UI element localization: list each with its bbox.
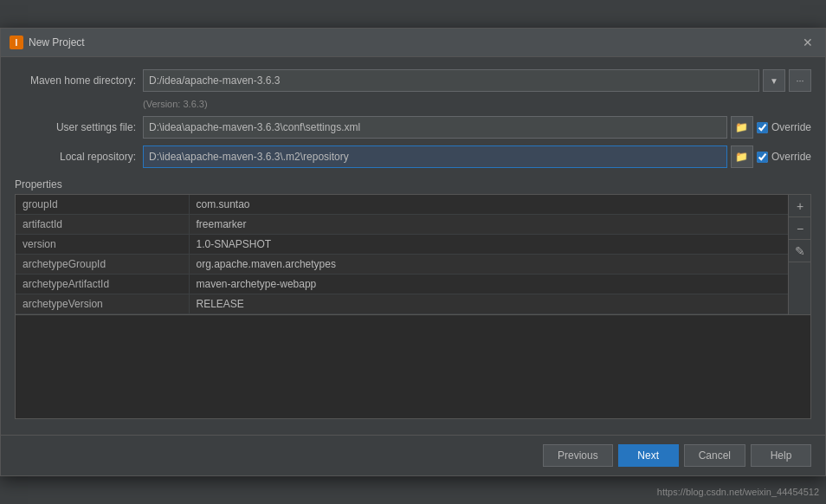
content-area: Maven home directory: ▼ ··· (Version: 3.… bbox=[1, 57, 825, 431]
user-settings-label: User settings file: bbox=[15, 121, 136, 133]
user-settings-input-group: 📁 Override bbox=[143, 116, 811, 139]
property-key: archetypeVersion bbox=[16, 294, 189, 314]
maven-home-input[interactable] bbox=[143, 69, 759, 92]
local-repo-row: Local repository: 📁 Override bbox=[15, 145, 811, 168]
table-row: artifactIdfreemarker bbox=[16, 215, 788, 235]
table-row: groupIdcom.suntao bbox=[16, 195, 788, 215]
maven-home-dropdown-button[interactable]: ▼ bbox=[763, 69, 785, 92]
maven-home-row: Maven home directory: ▼ ··· bbox=[15, 69, 811, 92]
remove-property-button[interactable]: − bbox=[789, 217, 811, 240]
help-button[interactable]: Help bbox=[751, 444, 811, 467]
user-settings-override[interactable]: Override bbox=[757, 121, 811, 133]
property-value: RELEASE bbox=[189, 294, 788, 314]
local-repo-folder-button[interactable]: 📁 bbox=[731, 145, 753, 168]
empty-area bbox=[15, 315, 811, 419]
dialog-title: New Project bbox=[29, 36, 85, 48]
properties-section: Properties groupIdcom.suntaoartifactIdfr… bbox=[15, 178, 811, 419]
property-key: version bbox=[16, 235, 189, 255]
properties-actions: + − ✎ bbox=[788, 195, 810, 314]
user-settings-folder-button[interactable]: 📁 bbox=[731, 116, 753, 139]
local-repo-input-group: 📁 Override bbox=[143, 145, 811, 168]
local-repo-label: Local repository: bbox=[15, 151, 136, 163]
title-bar: I New Project ✕ bbox=[1, 29, 825, 57]
previous-button[interactable]: Previous bbox=[543, 444, 613, 467]
properties-section-label: Properties bbox=[15, 178, 811, 191]
table-row: archetypeVersionRELEASE bbox=[16, 294, 788, 314]
add-property-button[interactable]: + bbox=[789, 195, 811, 217]
dialog: I New Project ✕ Maven home directory: ▼ … bbox=[0, 28, 826, 476]
properties-table-container: groupIdcom.suntaoartifactIdfreemarkerver… bbox=[15, 194, 811, 315]
property-key: groupId bbox=[16, 195, 189, 215]
property-value: maven-archetype-webapp bbox=[189, 275, 788, 294]
table-row: archetypeGroupIdorg.apache.maven.archety… bbox=[16, 255, 788, 275]
property-key: archetypeGroupId bbox=[16, 255, 189, 275]
property-key: artifactId bbox=[16, 215, 189, 235]
table-row: archetypeArtifactIdmaven-archetype-webap… bbox=[16, 275, 788, 294]
close-button[interactable]: ✕ bbox=[799, 34, 816, 51]
footer: Previous Next Cancel Help bbox=[1, 435, 825, 475]
property-value: freemarker bbox=[189, 215, 788, 235]
version-text: (Version: 3.6.3) bbox=[15, 99, 811, 109]
maven-home-input-group: ▼ ··· bbox=[143, 69, 811, 92]
properties-table: groupIdcom.suntaoartifactIdfreemarkerver… bbox=[16, 195, 788, 314]
cancel-button[interactable]: Cancel bbox=[684, 444, 745, 467]
watermark: https://blog.csdn.net/weixin_44454512 bbox=[657, 487, 819, 497]
maven-home-ellipsis-button[interactable]: ··· bbox=[789, 69, 811, 92]
table-row: version1.0-SNAPSHOT bbox=[16, 235, 788, 255]
property-value: 1.0-SNAPSHOT bbox=[189, 235, 788, 255]
app-icon: I bbox=[10, 36, 23, 49]
local-repo-input[interactable] bbox=[143, 145, 727, 168]
property-value: org.apache.maven.archetypes bbox=[189, 255, 788, 275]
local-repo-override[interactable]: Override bbox=[757, 151, 811, 163]
maven-home-label: Maven home directory: bbox=[15, 74, 136, 87]
property-key: archetypeArtifactId bbox=[16, 275, 189, 294]
edit-property-button[interactable]: ✎ bbox=[789, 240, 811, 262]
title-bar-left: I New Project bbox=[10, 36, 85, 49]
next-button[interactable]: Next bbox=[618, 444, 679, 467]
user-settings-row: User settings file: 📁 Override bbox=[15, 116, 811, 139]
user-settings-override-checkbox[interactable] bbox=[757, 122, 768, 133]
user-settings-input[interactable] bbox=[143, 116, 727, 139]
property-value: com.suntao bbox=[189, 195, 788, 215]
local-repo-override-checkbox[interactable] bbox=[757, 152, 768, 163]
